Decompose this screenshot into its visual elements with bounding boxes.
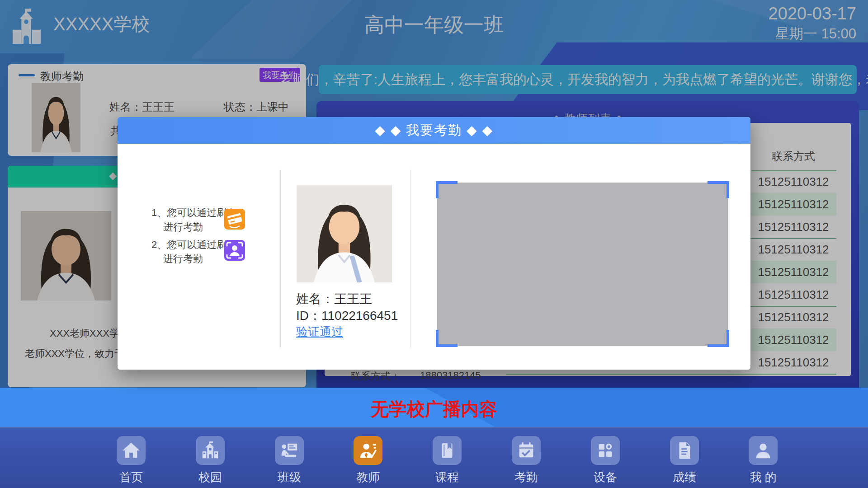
teacher-status: 状态：上课中 <box>224 100 289 114</box>
camera-corner-bracket <box>708 330 729 347</box>
nav-item-home[interactable]: 首页 <box>104 428 158 488</box>
modal-title: ◆ ◆ 我要考勤 ◆ ◆ <box>118 117 750 144</box>
broadcast-text: 无学校广播内容 <box>0 397 868 422</box>
smart-campus-screen: XXXXX学校 高中一年级一班 2020-03-17 星期一 15:00 教师考… <box>0 0 868 488</box>
column-header-contact: 联系方式 <box>750 149 836 164</box>
modal-teacher-id: ID：11022166451 <box>296 307 398 324</box>
card-title: 教师考勤 <box>40 69 84 84</box>
title-dash <box>19 74 35 76</box>
nav-item-device[interactable]: 设备 <box>578 428 632 488</box>
table-cell-phone: 15125110312 <box>750 261 836 283</box>
table-cell-phone: 15125110312 <box>750 170 836 193</box>
modal-divider <box>280 169 281 348</box>
campus-icon <box>196 436 225 465</box>
camera-corner-bracket <box>436 330 458 347</box>
instruction-line-3: 2、您可以通过刷脸 <box>151 238 236 252</box>
nav-item-campus[interactable]: 校园 <box>183 428 237 488</box>
teacher-icon <box>354 436 382 465</box>
instruction-line-2: 进行考勤 <box>163 221 203 234</box>
broadcast-bar: 无学校广播内容 <box>0 388 868 427</box>
nav-item-attendance[interactable]: 考勤 <box>499 428 553 488</box>
checkin-modal: ◆ ◆ 我要考勤 ◆ ◆ 1、您可以通过刷卡 进行考勤 2、您可以通过刷脸 进行… <box>118 117 750 370</box>
face-scan-icon <box>224 240 245 261</box>
table-cell-phone: 15125110312 <box>750 193 836 216</box>
instruction-line-4: 进行考勤 <box>163 252 203 266</box>
bottom-nav: 首页 校园 班级 教师 课程 <box>0 427 868 488</box>
nav-item-grades[interactable]: 成绩 <box>657 428 712 488</box>
modal-divider <box>410 169 410 348</box>
camera-corner-bracket <box>708 181 729 198</box>
table-cell-phone: 15125110312 <box>750 306 836 328</box>
nav-item-class[interactable]: 班级 <box>262 428 316 488</box>
grades-icon <box>670 436 699 465</box>
camera-corner-bracket <box>436 181 458 198</box>
page-title: 高中一年级一班 <box>0 12 868 38</box>
nav-item-teacher[interactable]: 教师 <box>341 428 395 488</box>
teacher-name: 姓名：王王王 <box>109 100 175 114</box>
table-cell-phone: 15125110312 <box>750 328 836 351</box>
nav-item-profile[interactable]: 我 的 <box>736 428 790 488</box>
class-icon <box>275 436 304 465</box>
modal-teacher-photo <box>297 185 392 282</box>
attendance-icon <box>512 436 541 465</box>
verify-status-link[interactable]: 验证通过 <box>296 324 343 340</box>
camera-preview-area <box>437 183 728 346</box>
header-weekday-time: 星期一 15:00 <box>775 24 856 43</box>
home-icon <box>117 436 146 465</box>
teacher-profile-photo <box>21 211 111 300</box>
diamond-icon: ◆ <box>109 170 117 182</box>
table-cell-phone: 15125110312 <box>750 283 836 306</box>
table-cell-phone: 15125110312 <box>750 351 836 374</box>
card-swipe-icon <box>224 209 245 230</box>
course-icon <box>433 436 462 465</box>
nav-item-course[interactable]: 课程 <box>420 428 474 488</box>
contact-value: 18803182145 <box>420 370 481 381</box>
modal-teacher-name: 姓名：王王王 <box>296 291 372 308</box>
table-cell-phone: 15125110312 <box>750 238 836 261</box>
teacher-photo <box>32 83 80 152</box>
table-group-separator <box>506 374 836 375</box>
instruction-line-1: 1、您可以通过刷卡 <box>151 206 236 220</box>
greeting-marquee: 老师们，辛苦了:人生旅程上，您丰富我的心灵，开发我的智力，为我点燃了希望的光芒。… <box>319 65 857 94</box>
header-date: 2020-03-17 <box>769 4 856 24</box>
contact-label: 联系方式： <box>351 370 401 383</box>
device-icon <box>591 436 620 465</box>
table-cell-phone: 15125110312 <box>750 216 836 238</box>
profile-icon <box>749 436 778 465</box>
